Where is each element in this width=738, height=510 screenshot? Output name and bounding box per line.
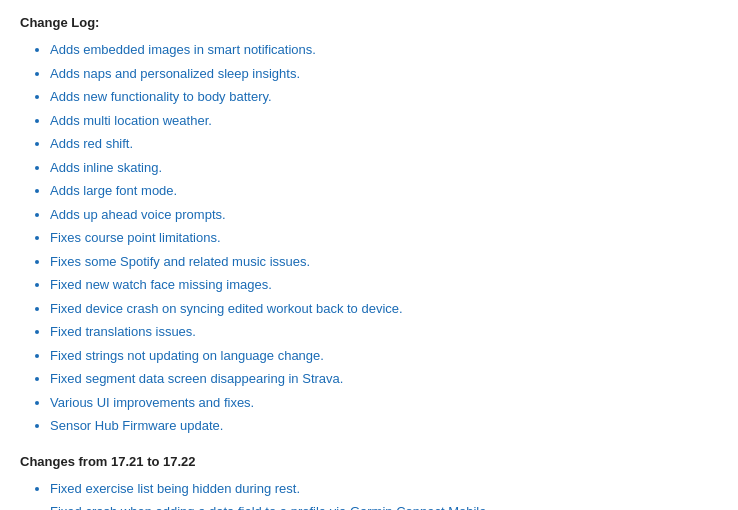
list-item: Fixed new watch face missing images.	[50, 275, 718, 295]
list-item: Fixes some Spotify and related music iss…	[50, 252, 718, 272]
list-item: Adds embedded images in smart notificati…	[50, 40, 718, 60]
list-item: Various UI improvements and fixes.	[50, 393, 718, 413]
list-item: Adds naps and personalized sleep insight…	[50, 64, 718, 84]
changelog-list: Adds embedded images in smart notificati…	[20, 40, 718, 436]
list-item: Adds red shift.	[50, 134, 718, 154]
list-item: Fixes course point limitations.	[50, 228, 718, 248]
list-item: Fixed device crash on syncing edited wor…	[50, 299, 718, 319]
changelog-section: Change Log: Adds embedded images in smar…	[20, 15, 718, 436]
list-item: Fixed strings not updating on language c…	[50, 346, 718, 366]
list-item: Adds up ahead voice prompts.	[50, 205, 718, 225]
changelog-title: Change Log:	[20, 15, 718, 30]
list-item: Adds new functionality to body battery.	[50, 87, 718, 107]
list-item: Fixed translations issues.	[50, 322, 718, 342]
list-item: Adds multi location weather.	[50, 111, 718, 131]
list-item: Fixed exercise list being hidden during …	[50, 479, 718, 499]
list-item: Adds large font mode.	[50, 181, 718, 201]
list-item: Fixed crash when adding a data field to …	[50, 502, 718, 510]
list-item: Fixed segment data screen disappearing i…	[50, 369, 718, 389]
list-item: Adds inline skating.	[50, 158, 718, 178]
changes-list: Fixed exercise list being hidden during …	[20, 479, 718, 511]
changes-section: Changes from 17.21 to 17.22 Fixed exerci…	[20, 454, 718, 511]
changes-title: Changes from 17.21 to 17.22	[20, 454, 718, 469]
list-item: Sensor Hub Firmware update.	[50, 416, 718, 436]
